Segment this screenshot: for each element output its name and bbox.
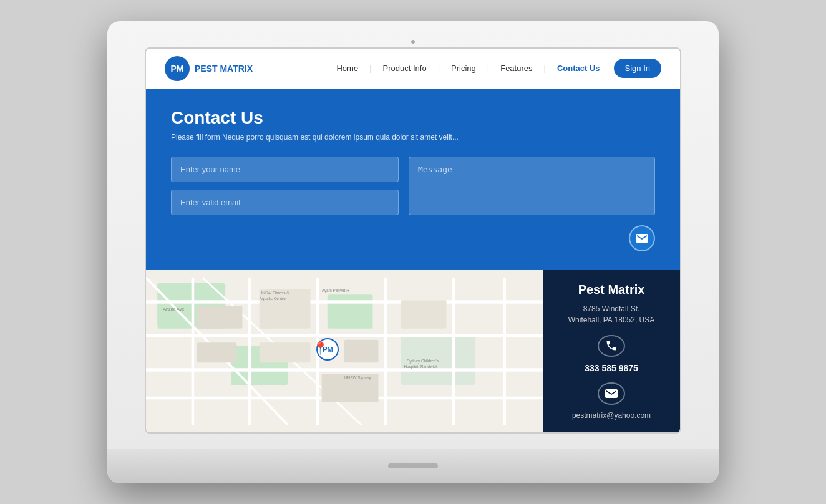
svg-text:Hospital, Randwick: Hospital, Randwick [404, 364, 438, 369]
svg-text:Aquatic Centre: Aquatic Centre [260, 296, 286, 301]
svg-rect-8 [192, 277, 195, 424]
sign-in-button[interactable]: Sign In [614, 59, 661, 78]
navigation: PM PEST MATRIX Home | Product Info | Pri… [146, 49, 680, 89]
contact-info-panel: Pest Matrix 8785 Windfall St. Whitehall,… [543, 270, 680, 432]
email-icon-circle [598, 382, 625, 405]
svg-rect-4 [146, 300, 543, 303]
svg-rect-16 [197, 306, 243, 328]
svg-rect-18 [344, 339, 379, 362]
address-line2: Whitehall, PA 18052, USA [568, 316, 655, 324]
logo-icon: PM [165, 56, 190, 81]
nav-product-info[interactable]: Product Info [379, 62, 430, 74]
contact-form [171, 157, 655, 215]
svg-rect-22 [260, 342, 311, 362]
map-pin: 📍 [313, 341, 328, 356]
svg-rect-1 [328, 294, 373, 329]
page-subtitle: Please fill form Neque porro quisquam es… [171, 133, 655, 142]
page-title: Contact Us [171, 108, 655, 128]
address-line1: 8785 Windfall St. [583, 304, 640, 313]
nav-pricing[interactable]: Pricing [447, 62, 480, 74]
logo-text: PEST MATRIX [195, 64, 253, 74]
laptop-base [107, 449, 719, 483]
name-input[interactable] [171, 157, 399, 182]
phone-icon-circle [598, 335, 625, 357]
nav-contact-us[interactable]: Contact Us [553, 62, 604, 74]
svg-rect-20 [197, 342, 237, 362]
svg-text:Anzac Ave: Anzac Ave [163, 306, 184, 311]
company-name: Pest Matrix [578, 283, 645, 297]
send-button[interactable] [629, 225, 655, 251]
logo: PM PEST MATRIX [165, 56, 253, 81]
laptop-notch [388, 463, 438, 468]
svg-text:Sydney Children's: Sydney Children's [407, 359, 439, 364]
email-icon [605, 389, 618, 398]
send-button-area [171, 225, 655, 258]
nav-home[interactable]: Home [333, 62, 362, 74]
nav-links: Home | Product Info | Pricing | Features… [333, 59, 661, 78]
svg-rect-11 [384, 277, 387, 424]
contact-section: Contact Us Please fill form Neque porro … [146, 89, 680, 270]
phone-icon [605, 339, 618, 352]
email-input[interactable] [171, 190, 399, 215]
phone-number: 333 585 9875 [585, 363, 638, 373]
form-left-column [171, 157, 399, 215]
email-address: pestmatrix@yahoo.com [572, 411, 651, 420]
svg-text:Ayam Penyet R: Ayam Penyet R [322, 288, 349, 293]
map-area: Anzac Ave UNSW Fitness & Aquatic Centre … [146, 270, 543, 432]
company-address: 8785 Windfall St. Whitehall, PA 18052, U… [568, 303, 655, 326]
svg-rect-19 [401, 300, 447, 328]
svg-rect-9 [248, 277, 251, 424]
svg-text:UNSW Fitness &: UNSW Fitness & [260, 291, 289, 295]
svg-rect-6 [146, 368, 543, 371]
svg-rect-5 [146, 334, 543, 337]
nav-features[interactable]: Features [497, 62, 536, 74]
message-textarea[interactable] [409, 157, 655, 215]
svg-rect-12 [452, 277, 455, 424]
svg-text:UNSW Sydney: UNSW Sydney [344, 376, 371, 380]
svg-rect-13 [503, 277, 506, 424]
map-contact-section: Anzac Ave UNSW Fitness & Aquatic Centre … [146, 270, 680, 432]
